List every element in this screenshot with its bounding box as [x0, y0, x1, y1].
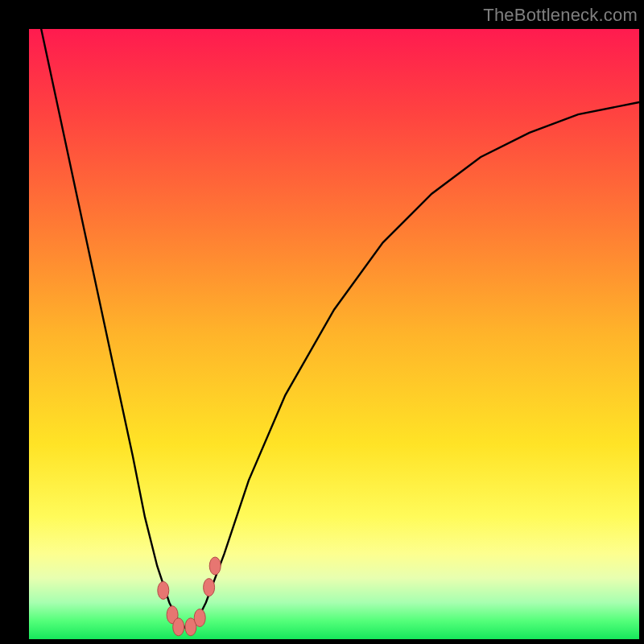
watermark-text: TheBottleneck.com	[483, 5, 638, 26]
curve-marker	[209, 557, 221, 575]
curve-marker	[194, 609, 205, 627]
curve-marker	[204, 579, 215, 597]
bottleneck-curve	[41, 29, 639, 630]
plot-area	[29, 29, 639, 639]
curve-markers	[158, 557, 221, 636]
curve-marker	[173, 618, 184, 636]
curve-marker	[158, 581, 169, 599]
chart-svg	[29, 29, 639, 639]
chart-frame: TheBottleneck.com	[0, 0, 644, 644]
